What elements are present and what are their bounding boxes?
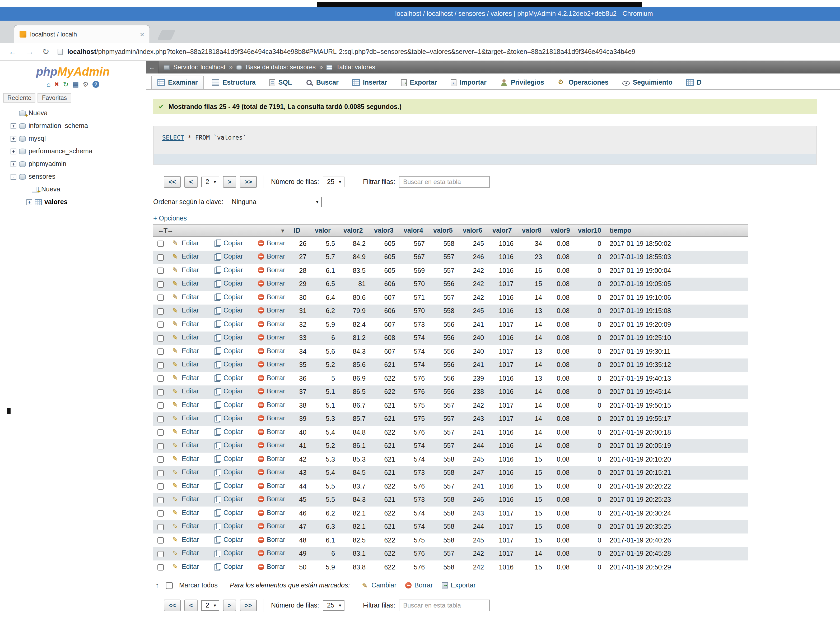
- copy-link[interactable]: Copiar: [215, 428, 243, 435]
- row-checkbox[interactable]: [157, 537, 164, 544]
- delete-link[interactable]: Borrar: [258, 563, 285, 570]
- column-header-tiempo[interactable]: tiempo: [606, 225, 748, 237]
- delete-link[interactable]: Borrar: [258, 334, 285, 341]
- check-all-label[interactable]: Marcar todos: [179, 582, 218, 589]
- copy-link[interactable]: Copiar: [215, 320, 243, 327]
- delete-link[interactable]: Borrar: [258, 361, 285, 368]
- copy-link[interactable]: Copiar: [215, 495, 243, 503]
- reload-icon[interactable]: ↻: [42, 47, 49, 56]
- row-checkbox[interactable]: [157, 564, 164, 571]
- column-header-valor4[interactable]: valor4: [400, 225, 429, 237]
- copy-link[interactable]: Copiar: [215, 401, 243, 409]
- home-icon[interactable]: ⌂: [46, 81, 51, 88]
- column-header-valor[interactable]: valor: [311, 225, 339, 237]
- address-bar[interactable]: localhost/phpmyadmin/index.php?token=88a…: [58, 48, 635, 55]
- refresh-icon[interactable]: ↻: [63, 81, 69, 88]
- edit-link[interactable]: Editar: [172, 482, 199, 490]
- breadcrumb-item[interactable]: Base de datos: sensores: [246, 64, 316, 71]
- edit-link[interactable]: Editar: [172, 266, 199, 274]
- new-tab-button[interactable]: [157, 30, 176, 39]
- edit-link[interactable]: Editar: [172, 307, 199, 314]
- copy-link[interactable]: Copiar: [215, 509, 243, 516]
- expand-icon[interactable]: +: [11, 123, 16, 129]
- first-page-button[interactable]: <<: [164, 176, 181, 188]
- delete-link[interactable]: Borrar: [258, 509, 285, 517]
- copy-link[interactable]: Copiar: [215, 468, 243, 476]
- change-link[interactable]: Cambiar: [362, 582, 396, 589]
- tree-item-nueva[interactable]: Nueva: [0, 107, 146, 120]
- edit-link[interactable]: Editar: [172, 455, 199, 462]
- edit-link[interactable]: Editar: [172, 401, 199, 409]
- row-checkbox[interactable]: [157, 349, 164, 355]
- column-header-valor10[interactable]: valor10: [574, 225, 606, 237]
- tab-importar[interactable]: Importar: [445, 76, 492, 89]
- copy-link[interactable]: Copiar: [215, 361, 243, 368]
- row-checkbox[interactable]: [157, 308, 164, 315]
- docs-icon[interactable]: ▤: [72, 81, 79, 88]
- delete-link[interactable]: Borrar: [258, 401, 285, 409]
- tree-item-phpmyadmin[interactable]: +phpmyadmin: [0, 158, 146, 170]
- sort-select[interactable]: Ninguna: [228, 197, 321, 207]
- delete-link[interactable]: Borrar: [258, 240, 285, 247]
- row-checkbox[interactable]: [157, 362, 164, 368]
- edit-link[interactable]: Editar: [172, 536, 199, 543]
- copy-link[interactable]: Copiar: [215, 414, 243, 422]
- help-icon[interactable]: [92, 81, 99, 88]
- delete-link[interactable]: Borrar: [258, 388, 285, 395]
- edit-link[interactable]: Editar: [172, 414, 199, 422]
- column-header-valor3[interactable]: valor3: [370, 225, 400, 237]
- tab-estructura[interactable]: Estructura: [206, 76, 262, 89]
- row-checkbox[interactable]: [157, 335, 164, 342]
- edit-link[interactable]: Editar: [172, 361, 199, 368]
- delete-link[interactable]: Borrar: [258, 428, 285, 436]
- delete-link[interactable]: Borrar: [258, 455, 285, 463]
- column-header-valor5[interactable]: valor5: [429, 225, 458, 237]
- next-page-button[interactable]: >: [223, 176, 236, 188]
- copy-link[interactable]: Copiar: [215, 536, 243, 543]
- column-header-valor7[interactable]: valor7: [488, 225, 518, 237]
- column-header-id[interactable]: ID: [290, 225, 311, 237]
- edit-link[interactable]: Editar: [172, 509, 199, 516]
- edit-link[interactable]: Editar: [172, 280, 199, 287]
- tab-seguimiento[interactable]: Seguimiento: [617, 76, 678, 89]
- edit-link[interactable]: Editar: [172, 549, 199, 557]
- row-checkbox[interactable]: [157, 241, 164, 247]
- edit-link[interactable]: Editar: [172, 442, 199, 449]
- filter-input[interactable]: [399, 599, 490, 611]
- tree-item-sensores[interactable]: -sensores: [0, 170, 146, 183]
- copy-link[interactable]: Copiar: [215, 374, 243, 381]
- page-select[interactable]: 2: [201, 177, 219, 187]
- edit-link[interactable]: Editar: [172, 293, 199, 301]
- row-checkbox[interactable]: [157, 443, 164, 449]
- column-header-valor2[interactable]: valor2: [339, 225, 370, 237]
- edit-link[interactable]: Editar: [172, 563, 199, 570]
- delete-link[interactable]: Borrar: [258, 522, 285, 530]
- column-header-valor8[interactable]: valor8: [518, 225, 546, 237]
- row-checkbox[interactable]: [157, 497, 164, 503]
- delete-link[interactable]: Borrar: [258, 415, 285, 422]
- close-tab-icon[interactable]: ×: [140, 30, 144, 38]
- tree-item-performance_schema[interactable]: +performance_schema: [0, 145, 146, 158]
- copy-link[interactable]: Copiar: [215, 549, 243, 557]
- copy-link[interactable]: Copiar: [215, 266, 243, 274]
- row-checkbox[interactable]: [157, 470, 164, 476]
- last-page-button[interactable]: >>: [240, 176, 257, 188]
- rows-count-select[interactable]: 25: [323, 600, 344, 610]
- copy-link[interactable]: Copiar: [215, 307, 243, 314]
- copy-link[interactable]: Copiar: [215, 293, 243, 301]
- collapse-icon[interactable]: -: [11, 174, 16, 179]
- full-texts-icon[interactable]: ←T→: [157, 227, 173, 234]
- edit-link[interactable]: Editar: [172, 334, 199, 341]
- row-checkbox[interactable]: [157, 322, 164, 328]
- export-selected-link[interactable]: Exportar: [442, 582, 476, 589]
- copy-link[interactable]: Copiar: [215, 563, 243, 570]
- copy-link[interactable]: Copiar: [215, 388, 243, 395]
- delete-link[interactable]: Borrar: [258, 375, 285, 382]
- edit-link[interactable]: Editar: [172, 428, 199, 435]
- tab-privilegios[interactable]: Privilegios: [495, 76, 550, 89]
- back-icon[interactable]: ←: [8, 47, 17, 56]
- rows-count-select[interactable]: 25: [323, 177, 344, 187]
- tab-examinar[interactable]: Examinar: [151, 76, 204, 90]
- tree-item-nueva[interactable]: Nueva: [0, 183, 146, 196]
- breadcrumb-back-icon[interactable]: ←: [146, 61, 159, 74]
